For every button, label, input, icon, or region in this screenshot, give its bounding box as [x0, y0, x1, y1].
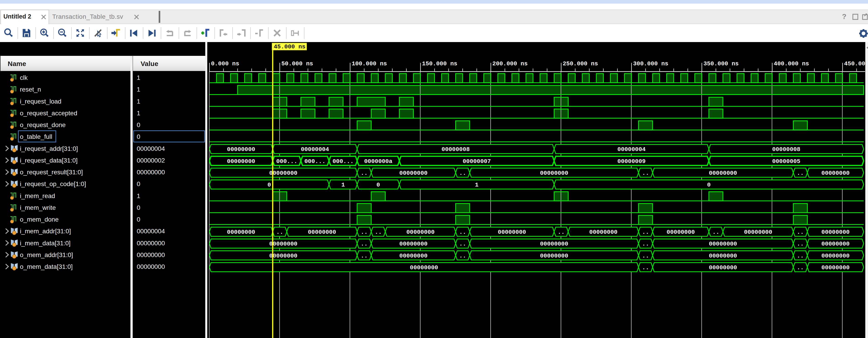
svg-text:o_request_accepted: o_request_accepted [20, 110, 77, 117]
svg-text:350.000 ns: 350.000 ns [704, 60, 739, 67]
svg-text:..: .. [797, 229, 804, 236]
svg-text:00000000: 00000000 [822, 241, 850, 247]
svg-text:00000000: 00000000 [227, 146, 255, 153]
svg-text:00000000: 00000000 [227, 229, 255, 236]
svg-text:00000008: 00000008 [441, 146, 470, 153]
svg-text:00000004: 00000004 [137, 145, 165, 152]
svg-text:o_request_result[31:0]: o_request_result[31:0] [20, 168, 83, 176]
svg-text:0: 0 [707, 182, 711, 188]
svg-text:clk: clk [20, 74, 28, 81]
svg-text:00000000: 00000000 [227, 158, 255, 165]
svg-text:00000008: 00000008 [772, 146, 800, 153]
svg-text:00000000: 00000000 [540, 252, 568, 259]
svg-text:00000000: 00000000 [709, 170, 737, 177]
svg-text:reset_n: reset_n [20, 86, 41, 93]
svg-text:..: .. [459, 252, 466, 259]
svg-text:00000000: 00000000 [137, 240, 165, 247]
svg-text:..: .. [459, 229, 466, 236]
svg-text:..: .. [642, 241, 649, 247]
svg-text:..: .. [375, 229, 382, 236]
svg-text:0: 0 [137, 121, 141, 128]
svg-text:00000000: 00000000 [709, 241, 737, 247]
svg-text:00000000: 00000000 [822, 264, 850, 271]
svg-text:200.000 ns: 200.000 ns [492, 60, 528, 67]
svg-text:00000000: 00000000 [666, 229, 695, 236]
svg-text:o_table_full: o_table_full [20, 133, 52, 140]
svg-text:..: .. [558, 229, 565, 236]
svg-text:..: .. [797, 170, 804, 177]
svg-text:i_mem_data[31:0]: i_mem_data[31:0] [20, 240, 70, 247]
svg-text:00000004: 00000004 [301, 146, 329, 153]
svg-text:00000000: 00000000 [269, 241, 298, 247]
svg-text:1: 1 [137, 86, 141, 93]
svg-text:1: 1 [341, 182, 345, 188]
svg-text:1: 1 [137, 74, 141, 81]
svg-text:00000000: 00000000 [744, 229, 772, 236]
svg-text:00000000: 00000000 [269, 170, 298, 177]
svg-text:00000000: 00000000 [137, 263, 165, 270]
svg-text:00000000: 00000000 [709, 264, 737, 271]
svg-text:..: .. [459, 241, 466, 247]
svg-text:i_mem_addr[31:0]: i_mem_addr[31:0] [20, 228, 71, 235]
svg-text:00000000: 00000000 [308, 229, 336, 236]
svg-text:..: .. [361, 229, 368, 236]
svg-text:..: .. [797, 264, 804, 271]
svg-text:450.000 ns: 450.000 ns [844, 60, 868, 67]
svg-text:i_mem_read: i_mem_read [20, 192, 55, 199]
svg-text:1: 1 [137, 110, 141, 117]
svg-text:0: 0 [137, 133, 141, 140]
svg-text:..: .. [797, 241, 804, 247]
svg-text:00000000: 00000000 [822, 170, 850, 177]
svg-text:1: 1 [137, 98, 141, 105]
svg-text:o_mem_done: o_mem_done [20, 216, 59, 223]
svg-text:00000000: 00000000 [399, 241, 428, 247]
svg-text:Value: Value [141, 60, 158, 67]
svg-text:0: 0 [137, 180, 141, 187]
svg-text:150.000 ns: 150.000 ns [422, 60, 457, 67]
svg-text:00000000: 00000000 [137, 251, 165, 258]
svg-text:00000000: 00000000 [399, 170, 428, 177]
svg-text:1: 1 [475, 182, 478, 188]
svg-text:00000005: 00000005 [772, 158, 800, 165]
svg-text:..: .. [459, 170, 466, 177]
svg-text:00000000: 00000000 [269, 252, 298, 259]
svg-text:00000000: 00000000 [399, 252, 428, 259]
svg-text:45.000 ns: 45.000 ns [274, 43, 305, 50]
svg-text:i_request_load: i_request_load [20, 98, 61, 105]
svg-text:00000002: 00000002 [137, 157, 165, 164]
svg-text:0: 0 [268, 182, 271, 188]
svg-text:i_request_op_code[1:0]: i_request_op_code[1:0] [20, 180, 86, 187]
svg-text:1: 1 [137, 192, 141, 199]
svg-text:00000007: 00000007 [463, 158, 491, 165]
svg-text:..: .. [361, 170, 368, 177]
svg-text:00000009: 00000009 [617, 158, 646, 165]
svg-text:0: 0 [377, 182, 380, 188]
svg-text:Name: Name [8, 60, 26, 67]
svg-text:0: 0 [137, 216, 141, 223]
svg-text:o_mem_addr[31:0]: o_mem_addr[31:0] [20, 251, 73, 258]
svg-text:..: .. [642, 264, 649, 271]
svg-text:0000000a: 0000000a [364, 158, 393, 165]
svg-text:00000004: 00000004 [617, 146, 646, 153]
svg-text:300.000 ns: 300.000 ns [633, 60, 669, 67]
svg-text:0: 0 [137, 204, 141, 211]
svg-text:50.000 ns: 50.000 ns [281, 60, 313, 67]
svg-text:00000000: 00000000 [406, 229, 435, 236]
svg-text:00000000: 00000000 [589, 229, 618, 236]
svg-text:00000000: 00000000 [822, 229, 850, 236]
svg-text:00000000: 00000000 [498, 229, 526, 236]
svg-text:i_request_addr[31:0]: i_request_addr[31:0] [20, 145, 78, 152]
svg-text:..: .. [642, 229, 649, 236]
svg-text:00000000: 00000000 [709, 252, 737, 259]
svg-text:i_request_data[31:0]: i_request_data[31:0] [20, 157, 78, 164]
svg-text:00000000: 00000000 [137, 168, 165, 176]
svg-text:o_mem_data[31:0]: o_mem_data[31:0] [20, 263, 73, 270]
svg-text:o_request_done: o_request_done [20, 121, 66, 128]
svg-text:00000000: 00000000 [540, 170, 568, 177]
svg-text:000...: 000... [333, 158, 354, 165]
svg-text:..: .. [642, 170, 649, 177]
svg-text:000...: 000... [276, 158, 298, 165]
svg-text:..: .. [361, 241, 368, 247]
svg-text:..: .. [276, 229, 283, 236]
svg-text:400.000 ns: 400.000 ns [774, 60, 809, 67]
